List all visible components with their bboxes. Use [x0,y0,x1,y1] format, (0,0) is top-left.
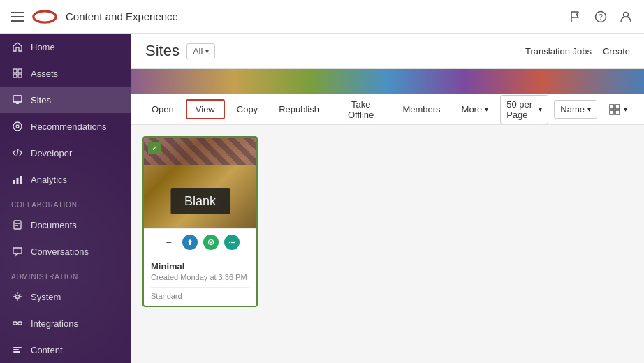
svg-rect-19 [13,349,19,350]
conversations-icon [11,245,24,258]
site-card-info: Minimal Created Monday at 3:36 PM Standa… [144,255,256,306]
sidebar-item-recommendations-label: Recommendations [31,121,106,132]
svg-point-0 [34,10,56,22]
svg-rect-7 [18,74,22,77]
svg-rect-24 [615,110,620,114]
sidebar-item-analytics[interactable]: Analytics [0,166,131,193]
app-title: Content and Experience [66,10,178,22]
copy-button[interactable]: Copy [228,100,267,119]
site-date: Created Monday at 3:36 PM [151,273,249,281]
sidebar-item-conversations[interactable]: Conversations [0,238,131,265]
sidebar-item-home-label: Home [31,42,55,52]
action-settings[interactable] [203,235,219,250]
oracle-logo [32,10,57,24]
documents-icon [11,218,24,231]
administration-section-label: ADMINISTRATION [0,265,131,283]
svg-rect-5 [18,69,22,73]
name-sort-label: Name [560,104,585,114]
sidebar-item-assets-label: Assets [31,68,58,79]
recommendations-icon [11,120,24,133]
svg-point-29 [233,242,234,243]
sidebar-item-conversations-label: Conversations [31,246,89,257]
user-icon[interactable] [619,10,633,24]
svg-point-9 [13,122,22,131]
sidebar-item-system-label: System [31,292,61,302]
toolbar: Open View Copy Republish Take Offline Me… [131,94,644,125]
banner-image [131,69,644,94]
action-publish[interactable] [182,235,198,250]
flag-icon[interactable] [569,10,583,24]
top-navigation: Content and Experience ? [0,0,644,34]
sidebar-item-developer[interactable]: Developer [0,140,131,166]
sidebar-item-sites[interactable]: Sites [0,87,131,113]
sidebar-item-integrations[interactable]: Integrations [0,310,131,336]
filter-dropdown[interactable]: All ▾ [186,43,215,59]
create-button[interactable]: Create [603,46,630,57]
thumbnail-pattern [144,138,256,165]
sidebar-item-assets[interactable]: Assets [0,60,131,87]
svg-rect-18 [13,347,22,348]
svg-point-28 [230,242,232,243]
view-button[interactable]: View [186,99,225,119]
action-remove[interactable]: − [161,235,177,250]
site-card-minimal[interactable]: ✓ Blank − M [142,136,258,307]
collaboration-section-label: COLLABORATION [0,193,131,212]
help-icon[interactable]: ? [594,10,608,24]
site-name: Minimal [151,261,249,272]
take-offline-button[interactable]: Take Offline [331,95,390,124]
chevron-down-icon: ▾ [587,105,591,113]
svg-rect-13 [20,176,22,184]
svg-point-27 [228,242,230,243]
svg-rect-21 [610,105,614,109]
svg-rect-20 [13,351,20,353]
view-mode-dropdown[interactable]: ▾ [603,100,633,119]
more-label: More [462,104,483,114]
sidebar-item-content-label: Content [31,345,63,355]
members-button[interactable]: Members [393,100,449,119]
sidebar-item-developer-label: Developer [31,148,72,158]
translation-jobs-link[interactable]: Translation Jobs [525,46,592,57]
page-title: Sites [145,42,180,60]
sidebar-item-documents[interactable]: Documents [0,212,131,238]
menu-toggle[interactable] [11,12,24,22]
sidebar-item-home[interactable]: Home [0,34,131,60]
per-page-dropdown[interactable]: 50 per Page ▾ [500,95,548,124]
content-icon [11,343,24,356]
more-button[interactable]: More ▾ [453,100,498,119]
sidebar-item-content[interactable]: Content [0,336,131,363]
site-card-thumbnail: ✓ Blank [144,138,256,228]
name-sort-dropdown[interactable]: Name ▾ [554,100,597,119]
svg-point-15 [16,295,20,299]
items-grid: ✓ Blank − M [131,125,644,363]
site-card-checkbox[interactable]: ✓ [148,142,161,154]
open-button[interactable]: Open [142,100,183,119]
sidebar-item-sites-label: Sites [31,95,51,105]
filter-label: All [193,46,203,57]
system-icon [11,290,24,303]
svg-rect-4 [13,69,17,73]
integrations-icon [11,317,24,329]
svg-rect-14 [14,221,21,229]
per-page-label: 50 per Page [506,99,536,120]
svg-rect-11 [13,180,15,184]
site-card-actions: − [144,228,256,255]
republish-button[interactable]: Republish [270,100,328,119]
svg-point-10 [16,125,19,128]
chevron-down-icon: ▾ [624,105,627,113]
action-more[interactable] [224,235,240,250]
chevron-down-icon: ▾ [205,47,209,55]
home-icon [11,40,24,53]
site-type: Standard [151,287,249,300]
svg-rect-17 [18,322,22,325]
svg-rect-22 [615,105,620,109]
content-area: Sites All ▾ Translation Jobs Create Open… [131,34,644,363]
sites-icon [11,94,24,106]
sidebar-item-system[interactable]: System [0,283,131,310]
svg-rect-6 [13,74,17,77]
grid-view-icon [608,103,621,116]
sidebar: Home Assets Sites [0,34,131,363]
developer-icon [11,147,24,159]
svg-rect-8 [13,96,22,102]
sidebar-item-analytics-label: Analytics [31,175,67,185]
sidebar-item-recommendations[interactable]: Recommendations [0,113,131,140]
